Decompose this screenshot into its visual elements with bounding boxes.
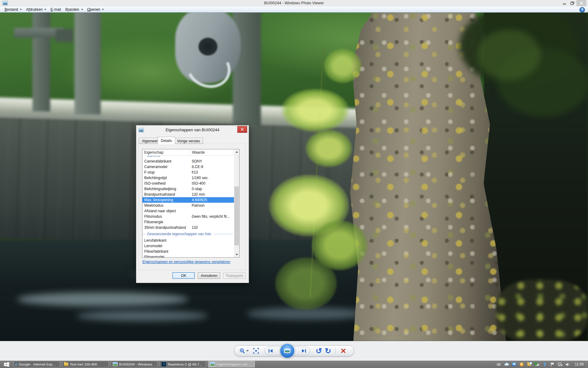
- property-row[interactable]: CamerafabrikantSONY: [142, 159, 234, 164]
- taskbar-button-properties-active[interactable]: Eigenschappen van ...: [208, 361, 255, 367]
- actual-size-icon: [253, 348, 259, 354]
- menu-openen[interactable]: Openen: [85, 6, 106, 12]
- menu-access-key: B: [5, 7, 7, 12]
- property-row[interactable]: Flitserfabrikant: [142, 249, 234, 254]
- taskbar-button-internet-explorer[interactable]: e Google - Internet Exp...: [13, 361, 60, 367]
- photoshop-icon: [161, 362, 166, 367]
- dialog-titlebar: Eigenschappen van BUI00244: [136, 125, 249, 135]
- viewer-toolbar-band: ↺ ↻ ×: [0, 341, 588, 361]
- menu-label-part: A: [26, 7, 28, 12]
- property-list: Eigenschap Waarde Camera Camerafabrikant…: [142, 149, 239, 258]
- delete-button[interactable]: ×: [339, 346, 348, 355]
- leaf-cluster: [306, 130, 352, 167]
- next-button[interactable]: [301, 346, 306, 355]
- property-row[interactable]: ISO-snelheidISO-400: [142, 181, 234, 186]
- restore-button[interactable]: [568, 0, 576, 6]
- water-reflection: [77, 311, 208, 321]
- usb-eject-icon[interactable]: [535, 362, 540, 367]
- link-icon[interactable]: [496, 362, 501, 367]
- dialog-close-button[interactable]: [237, 126, 247, 133]
- property-label: Flitsermodel: [142, 255, 190, 258]
- file-sync-icon[interactable]: [527, 362, 532, 367]
- property-row[interactable]: Flitsermodel: [142, 254, 234, 258]
- property-row[interactable]: FlitsmodusGeen flits, verplicht fli...: [142, 214, 234, 219]
- property-label: Cameramodel: [142, 165, 190, 169]
- menu-branden[interactable]: Branden: [63, 6, 85, 12]
- clipped-group-row: Camera: [142, 156, 234, 159]
- rotate-clockwise-button[interactable]: ↻: [324, 346, 332, 355]
- property-label: Max. lensopening: [142, 198, 190, 202]
- remove-properties-link[interactable]: Eigenschappen en persoonlijke gegevens v…: [142, 260, 230, 264]
- property-value: 132: [190, 225, 234, 230]
- property-row[interactable]: Lensmodel: [142, 243, 234, 249]
- chevron-down-icon: [20, 9, 22, 10]
- taskbar-button-photo-viewer[interactable]: BUI00244 - Windows ...: [111, 361, 157, 367]
- details-tab-page: Eigenschap Waarde Camera Camerafabrikant…: [138, 144, 246, 270]
- apply-label-part: sen: [237, 274, 243, 278]
- previous-button[interactable]: [268, 346, 273, 355]
- list-scrollbar[interactable]: [234, 149, 239, 257]
- taskbar-button-photoshop[interactable]: Naamloos-2 @ 66,7...: [160, 361, 206, 367]
- menu-bestand[interactable]: Bestand: [2, 6, 24, 12]
- property-row[interactable]: 35mm brandpuntsafstand132: [142, 225, 234, 230]
- onedrive-cloud-icon[interactable]: [504, 362, 509, 367]
- tab-vorige-versies[interactable]: Vorige versies: [174, 138, 203, 144]
- scrollbar-thumb[interactable]: [234, 186, 239, 245]
- action-center-flag-icon[interactable]: [550, 362, 555, 367]
- ok-button[interactable]: OK: [172, 272, 195, 279]
- property-row[interactable]: Brandpuntsafstand132 mm: [142, 192, 234, 197]
- play-slideshow-button[interactable]: [280, 343, 295, 358]
- property-value: Patroon: [190, 203, 234, 208]
- start-button[interactable]: [0, 361, 13, 368]
- property-row-selected[interactable]: Max. lensopening4.640625: [142, 197, 234, 203]
- apply-button[interactable]: Toepassen: [223, 272, 246, 279]
- slideshow-icon: [284, 349, 290, 353]
- internet-explorer-icon: e: [15, 362, 17, 366]
- photo-viewer-icon: [113, 362, 118, 366]
- leaf-cluster: [275, 257, 337, 310]
- rotate-counterclockwise-button[interactable]: ↺: [315, 346, 323, 355]
- navigation-group: [264, 347, 310, 355]
- magnifier-icon: [239, 348, 245, 354]
- menu-email[interactable]: E-mail: [48, 6, 63, 12]
- navigation-icon[interactable]: [519, 362, 524, 367]
- scroll-up-arrow-icon[interactable]: [234, 149, 239, 155]
- help-icon[interactable]: ?: [579, 7, 585, 13]
- tab-details[interactable]: Details: [158, 137, 175, 144]
- property-row[interactable]: Belichtingstijd1/160 sec.: [142, 175, 234, 181]
- taskbar-button-folder[interactable]: Test met 100-400: [62, 361, 109, 367]
- property-row[interactable]: F-stopf/13: [142, 170, 234, 175]
- property-row[interactable]: Lensfabrikant: [142, 238, 234, 243]
- property-value: Geen flits, verplicht fli...: [190, 214, 234, 219]
- toolbar-separator: [335, 347, 336, 354]
- column-header-eigenschap[interactable]: Eigenschap: [142, 150, 190, 155]
- scroll-down-arrow-icon[interactable]: [234, 252, 239, 257]
- volume-icon[interactable]: [565, 362, 570, 367]
- taskbar-clock[interactable]: 11:59: [575, 362, 584, 366]
- cancel-button[interactable]: Annuleren: [198, 272, 220, 279]
- property-label: Meetmodus: [142, 203, 190, 208]
- bluetooth-icon[interactable]: [542, 362, 547, 367]
- network-icon[interactable]: [558, 362, 563, 367]
- minimize-button[interactable]: [560, 0, 568, 6]
- next-icon: [301, 349, 306, 353]
- zoom-button[interactable]: [239, 346, 249, 355]
- remote-display-icon[interactable]: [512, 362, 517, 367]
- folder-icon: [64, 363, 68, 366]
- property-row[interactable]: CameramodelILCE-9: [142, 164, 234, 170]
- actual-size-button[interactable]: [251, 346, 261, 355]
- mooring-pole-stub: [56, 29, 74, 42]
- close-icon: [241, 128, 244, 131]
- property-row[interactable]: MeetmodusPatroon: [142, 203, 234, 208]
- menu-afdrukken[interactable]: Afdrukken: [24, 6, 48, 12]
- property-label: ISO-snelheid: [142, 181, 190, 186]
- property-row[interactable]: Afstand naar object: [142, 208, 234, 214]
- taskbar-button-label: Test met 100-400: [70, 362, 97, 366]
- close-button[interactable]: [576, 0, 586, 6]
- property-row[interactable]: Flitsenergie: [142, 219, 234, 225]
- taskbar: e Google - Internet Exp... Test met 100-…: [0, 361, 588, 368]
- show-desktop-strip[interactable]: [586, 361, 588, 368]
- column-header-waarde[interactable]: Waarde: [190, 150, 232, 155]
- rotate-counterclockwise-icon: ↺: [316, 347, 322, 355]
- property-row[interactable]: Belichtingsafwijking0-stap: [142, 186, 234, 192]
